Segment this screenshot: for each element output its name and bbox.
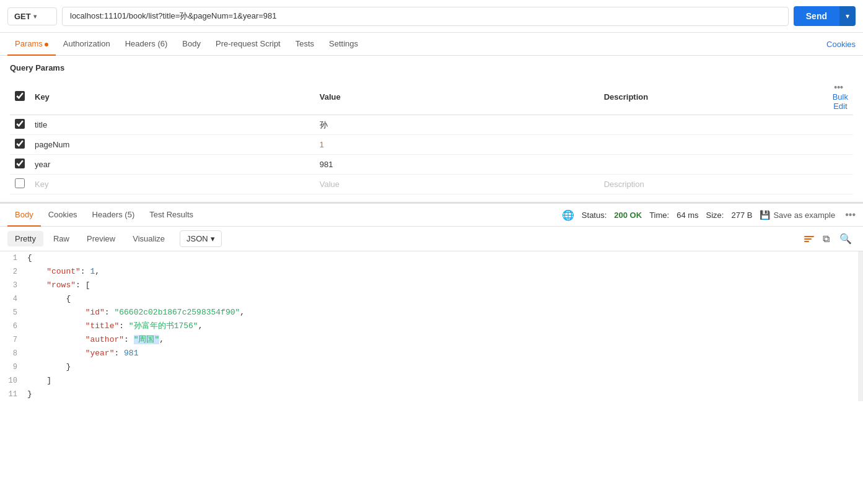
row1-key[interactable]: title [30,115,315,135]
table-row: pageNum 1 [10,135,853,155]
response-section: Body Cookies Headers (5) Test Results 🌐 … [0,202,863,401]
key-column-header: Key [30,79,315,115]
save-icon: 💾 [760,210,770,220]
value-placeholder[interactable]: Value [320,180,340,189]
table-row: year 981 [10,155,853,175]
action-column-header: ••• Bulk Edit [828,79,853,115]
query-params-title: Query Params [10,63,853,72]
json-indent [27,308,85,317]
response-tab-headers[interactable]: Headers (5) [85,204,142,227]
line-number: 2 [5,265,27,279]
format-tab-preview[interactable]: Preview [79,231,123,246]
value-column-header: Value [315,79,599,115]
tab-params[interactable]: Params [7,33,56,56]
query-params-section: Query Params Key Value Description ••• B… [0,56,863,202]
line-content: "year": 981 [27,347,138,360]
json-number: 981 [124,349,138,358]
format-chevron-icon: ▾ [211,234,215,243]
key-placeholder[interactable]: Key [35,180,48,189]
line-content: { [27,251,32,265]
json-content: 1{2 "count": 1,3 "rows": [4 {5 "id": "66… [0,251,863,401]
row2-key[interactable]: pageNum [30,135,315,155]
table-row: title 孙 [10,115,853,135]
search-button[interactable]: 🔍 [836,230,856,247]
tab-authorization[interactable]: Authorization [56,33,118,56]
method-chevron-icon: ▾ [33,13,37,20]
row-empty-checkbox[interactable] [15,178,25,188]
copy-button[interactable]: ⧉ [819,231,833,247]
globe-icon: 🌐 [562,209,574,221]
select-all-checkbox[interactable] [15,91,25,101]
response-tab-cookies[interactable]: Cookies [41,204,85,227]
send-button-group: Send ▾ [794,6,856,26]
row3-checkbox[interactable] [15,159,25,168]
table-row-empty: Key Value Description [10,175,853,194]
time-value: 64 ms [677,211,698,220]
response-tab-test-results[interactable]: Test Results [142,204,201,227]
send-chevron-button[interactable]: ▾ [839,6,856,26]
more-icon[interactable]: ••• [834,82,843,92]
line-number: 1 [5,251,27,265]
json-indent [27,267,46,276]
cookies-link[interactable]: Cookies [826,33,856,55]
bulk-edit-button[interactable]: Bulk Edit [833,92,848,111]
line-number: 5 [5,306,27,319]
row3-value[interactable]: 981 [315,155,599,175]
json-punctuation: : [105,308,115,317]
row1-checkbox[interactable] [15,119,25,129]
row2-value[interactable]: 1 [315,135,599,155]
tab-tests[interactable]: Tests [288,33,322,56]
line-number: 7 [5,333,27,347]
tab-headers[interactable]: Headers (6) [118,33,175,56]
format-tab-visualize[interactable]: Visualize [125,231,172,246]
size-value: 277 B [731,211,752,220]
tab-pre-request[interactable]: Pre-request Script [208,33,288,56]
response-tab-body[interactable]: Body [7,204,41,227]
line-content: "count": 1, [27,265,100,279]
line-content: "title": "孙富年的书1756", [27,319,203,333]
json-line: 5 "id": "66602c02b1867c2598354f90", [0,306,863,319]
format-tab-raw[interactable]: Raw [46,231,77,246]
json-key: "id" [85,308,105,317]
format-selector[interactable]: JSON ▾ [180,230,222,247]
more-options-icon[interactable]: ••• [845,209,856,220]
json-indent [27,376,46,385]
status-label: Status: [582,211,607,220]
json-line: 6 "title": "孙富年的书1756", [0,319,863,333]
json-line: 9 } [0,360,863,374]
scrollbar[interactable] [858,251,863,401]
json-punctuation: : [ [76,280,90,290]
line-content: { [27,292,71,306]
check-header [10,79,30,115]
url-input[interactable] [62,7,789,26]
json-string: "66602c02b1867c2598354f90" [114,308,240,317]
method-selector[interactable]: GET ▾ [7,7,57,25]
json-line: 4 { [0,292,863,306]
json-punctuation: : [81,267,90,276]
row3-key[interactable]: year [30,155,315,175]
description-placeholder[interactable]: Description [604,180,644,189]
status-value: 200 OK [614,211,642,220]
filter-icon[interactable] [802,233,817,245]
json-punctuation: ] [46,376,51,385]
json-line: 10 ] [0,374,863,388]
tab-body[interactable]: Body [175,33,208,56]
format-tab-pretty[interactable]: Pretty [7,231,43,246]
line-number: 3 [5,279,27,292]
json-line: 1{ [0,251,863,265]
tab-settings[interactable]: Settings [322,33,366,56]
row2-checkbox[interactable] [15,139,25,149]
row1-desc[interactable] [599,115,828,135]
line-content: "author": "周国", [27,333,164,347]
json-punctuation: , [159,335,164,344]
json-punctuation: : [124,335,134,344]
save-example-button[interactable]: 💾 Save as example [760,210,835,220]
json-punctuation: : [114,349,124,358]
row3-desc[interactable] [599,155,828,175]
line-number: 11 [5,388,27,401]
row2-desc[interactable] [599,135,828,155]
json-indent [27,335,85,344]
send-button[interactable]: Send [794,6,839,26]
json-line: 2 "count": 1, [0,265,863,279]
row1-value[interactable]: 孙 [315,115,599,135]
